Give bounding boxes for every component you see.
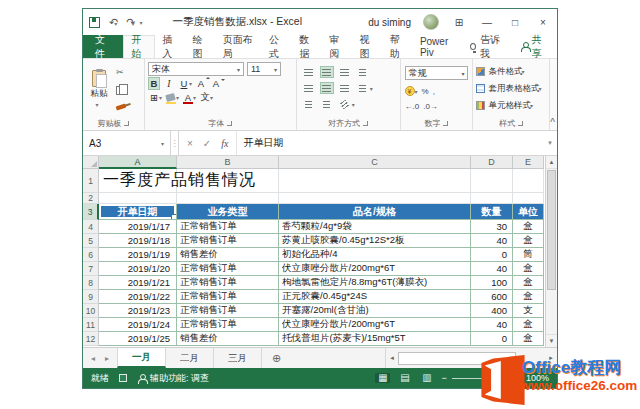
align-left-button[interactable]	[302, 82, 316, 94]
formula-input[interactable]: 开单日期	[237, 131, 543, 155]
cell-qty[interactable]: 400	[471, 304, 513, 318]
chevron-down-icon[interactable]: ▾	[415, 88, 418, 95]
tab-data[interactable]: 数据	[292, 35, 322, 58]
redo-button[interactable]: ↷▾	[126, 17, 134, 28]
maximize-button[interactable]: □	[507, 17, 523, 28]
merge-center-button[interactable]	[356, 82, 370, 94]
new-sheet-button[interactable]: ⊕	[262, 348, 291, 368]
wrap-text-button[interactable]	[356, 66, 370, 78]
grow-font-button[interactable]: A	[195, 77, 207, 90]
cell-date[interactable]: 2019/1/20	[99, 262, 177, 276]
tab-draw[interactable]: 绘图	[186, 35, 216, 58]
conditional-formatting-button[interactable]: 条件格式 ▾	[476, 66, 546, 78]
dialog-launcher-icon[interactable]	[443, 121, 448, 126]
tab-page-layout[interactable]: 页面布局	[216, 35, 262, 58]
increase-decimal-button[interactable]: ←.0	[405, 102, 420, 111]
cell-styles-button[interactable]: 单元格样式 ▾	[476, 100, 546, 112]
scroll-up-icon[interactable]: ▲	[546, 156, 557, 169]
cell-qty[interactable]: 100	[471, 276, 513, 290]
user-name[interactable]: du siming	[368, 17, 411, 28]
cell-product[interactable]: 香芍颗粒/4g*9袋	[279, 220, 471, 234]
cell-product[interactable]: 开塞露/20ml(含甘油)	[279, 304, 471, 318]
tab-file[interactable]: 文件	[83, 35, 123, 58]
cell-date[interactable]: 2019/1/24	[99, 318, 177, 332]
cell[interactable]	[177, 193, 279, 204]
sheet-title-text[interactable]: 一季度产品销售情况	[103, 170, 256, 191]
cell-type[interactable]: 销售差价	[177, 332, 279, 346]
cell[interactable]	[279, 169, 471, 193]
row-header[interactable]: 8	[83, 276, 99, 290]
underline-button[interactable]: U	[178, 77, 190, 90]
cell-type[interactable]: 正常销售订单	[177, 290, 279, 304]
align-bottom-button[interactable]	[338, 66, 352, 78]
cell-product[interactable]: 伏立康唑分散片/200mg*6T	[279, 262, 471, 276]
cell-qty[interactable]: 600	[471, 290, 513, 304]
cell-a3-selected[interactable]: 开单日期	[99, 204, 177, 220]
cell-unit[interactable]: 盒	[513, 262, 544, 276]
minimize-button[interactable]: —	[479, 17, 495, 28]
cell-qty[interactable]: 0	[471, 332, 513, 346]
format-as-table-button[interactable]: 套用表格格式 ▾	[476, 83, 546, 95]
column-header-e[interactable]: E	[513, 156, 544, 169]
cell-unit[interactable]: 盒	[513, 276, 544, 290]
cell-qty[interactable]: 40	[471, 318, 513, 332]
italic-button[interactable]: I	[163, 77, 175, 90]
borders-button[interactable]: ⊞	[148, 91, 160, 104]
increase-indent-button[interactable]	[320, 99, 334, 111]
row-header[interactable]: 6	[83, 248, 99, 262]
cell-product[interactable]: 伏立康唑分散片/200mg*6T	[279, 318, 471, 332]
tab-home[interactable]: 开始	[123, 35, 155, 58]
vertical-scrollbar[interactable]: ▲ ▼	[545, 156, 557, 347]
chevron-down-icon[interactable]: ▾	[370, 85, 373, 92]
cell-qty[interactable]: 0	[471, 248, 513, 262]
fill-color-button[interactable]	[165, 91, 177, 104]
cell-type[interactable]: 正常销售订单	[177, 234, 279, 248]
tab-review[interactable]: 审阅	[322, 35, 352, 58]
sheet-nav-next-icon[interactable]: ▸	[105, 354, 109, 363]
ribbon-display-options-button[interactable]: ⊞	[451, 17, 467, 28]
scroll-left-icon[interactable]: ◂	[386, 354, 398, 362]
cell-b3[interactable]: 业务类型	[177, 204, 279, 220]
cell-qty[interactable]: 40	[471, 234, 513, 248]
cell-date[interactable]: 2019/1/18	[99, 234, 177, 248]
column-header-a[interactable]: A	[99, 156, 177, 169]
share-button[interactable]: 共享	[510, 35, 557, 58]
cell-e3[interactable]: 单位	[513, 204, 544, 220]
cell-product[interactable]: 枸地氯雷他定片/8.8mg*6T(薄膜衣)	[279, 276, 471, 290]
percent-style-button[interactable]: %	[422, 87, 429, 96]
align-center-button[interactable]	[320, 82, 334, 94]
cell-d3[interactable]: 数量	[471, 204, 513, 220]
cell-product[interactable]: 初始化品种/4	[279, 248, 471, 262]
cell-product[interactable]: 托伐普坦片(苏麦卡)/15mg*5T	[279, 332, 471, 346]
cut-button[interactable]: ✂	[116, 68, 126, 77]
page-break-view-button[interactable]: ▥	[419, 373, 434, 383]
phonetic-guide-button[interactable]: 文	[199, 91, 211, 104]
macro-record-icon[interactable]	[119, 374, 127, 382]
cell-type[interactable]: 正常销售订单	[177, 304, 279, 318]
tab-view[interactable]: 视图	[353, 35, 383, 58]
sheet-tab-january[interactable]: 一月	[117, 348, 166, 368]
close-button[interactable]: ×	[535, 17, 551, 28]
cell-unit[interactable]: 盒	[513, 332, 544, 346]
comma-style-button[interactable]: ,	[433, 87, 435, 96]
cell-qty[interactable]: 30	[471, 220, 513, 234]
orientation-button[interactable]	[338, 99, 352, 111]
name-box[interactable]: A3▾	[83, 131, 171, 155]
accessibility-status[interactable]: 辅助功能: 调查	[137, 372, 209, 385]
cell-date[interactable]: 2019/1/17	[99, 220, 177, 234]
zoom-out-button[interactable]: −	[441, 373, 446, 383]
font-size-select[interactable]: 11▾	[247, 62, 281, 76]
paste-button[interactable]: 粘贴 ▾	[86, 61, 112, 116]
formula-bar-splitter[interactable]: ⋮	[171, 131, 179, 155]
cell-product[interactable]: 正元胶囊/0.45g*24S	[279, 290, 471, 304]
cell-unit[interactable]: 筒	[513, 248, 544, 262]
cell-type[interactable]: 正常销售订单	[177, 262, 279, 276]
save-icon[interactable]	[89, 17, 100, 28]
row-header[interactable]: 2	[83, 193, 99, 204]
cell[interactable]	[513, 193, 544, 204]
row-header[interactable]: 9	[83, 290, 99, 304]
tab-formulas[interactable]: 公式	[262, 35, 292, 58]
dialog-launcher-icon[interactable]	[227, 121, 232, 126]
cell-type[interactable]: 正常销售订单	[177, 318, 279, 332]
chevron-down-icon[interactable]: ▾	[352, 101, 355, 108]
